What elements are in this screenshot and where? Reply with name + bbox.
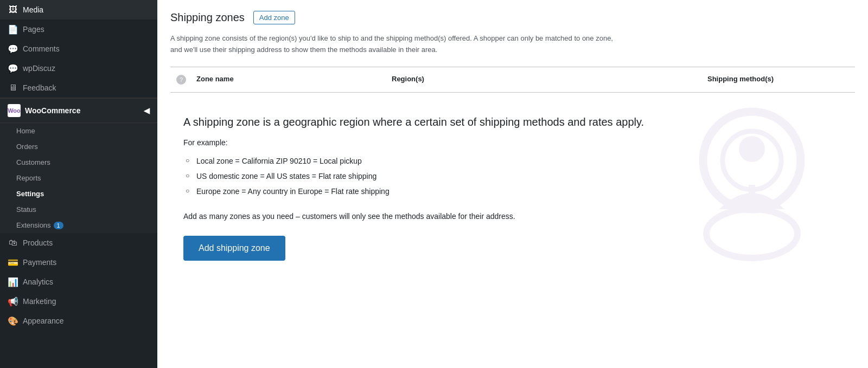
sidebar-item-comments[interactable]: 💬 Comments [0,39,157,59]
sidebar-item-feedback[interactable]: 🖥 Feedback [0,78,157,98]
woo-sub-settings[interactable]: Settings [0,186,157,202]
appearance-icon: 🎨 [8,315,18,326]
sidebar-item-pages[interactable]: 📄 Pages [0,20,157,39]
main-content: Shipping zones Add zone A shipping zone … [157,0,868,368]
extensions-badge: 1 [54,222,63,229]
table-header: ? Zone name Region(s) Shipping method(s) [170,67,855,93]
example-item-2: US domestic zone = All US states = Flat … [183,169,842,184]
products-icon: 🛍 [8,237,18,248]
svg-point-2 [706,209,797,258]
help-icon[interactable]: ? [176,75,186,85]
wpdiscuz-icon: 💬 [8,63,18,74]
empty-state: A shipping zone is a geographic region w… [170,93,855,282]
shipping-description: A shipping zone consists of the region(s… [170,33,615,56]
add-shipping-zone-button[interactable]: Add shipping zone [183,236,285,261]
col-zone-name: Zone name [192,73,387,87]
col-shipping-methods: Shipping method(s) [703,73,855,87]
media-icon: 🖼 [8,4,18,15]
sidebar-item-media[interactable]: 🖼 Media [0,0,157,20]
example-item-3: Europe zone = Any country in Europe = Fl… [183,184,842,199]
sidebar-item-wpdiscuz[interactable]: 💬 wpDiscuz [0,59,157,78]
woocommerce-logo: Woo [8,104,21,117]
sidebar-item-analytics[interactable]: 📊 Analytics [0,272,157,292]
woocommerce-header[interactable]: Woo WooCommerce ◀ [0,98,157,123]
woo-sub-reports[interactable]: Reports [0,170,157,186]
comments-icon: 💬 [8,43,18,54]
content-area: Shipping zones Add zone A shipping zone … [157,0,868,368]
shipping-header: Shipping zones Add zone [170,11,855,24]
woo-collapse-icon: ◀ [144,106,150,115]
woo-sub-orders[interactable]: Orders [0,139,157,154]
sidebar-item-products[interactable]: 🛍 Products [0,233,157,253]
example-item-1: Local zone = California ZIP 90210 = Loca… [183,153,842,169]
analytics-icon: 📊 [8,276,18,287]
woo-sub-status[interactable]: Status [0,202,157,217]
woo-sub-home[interactable]: Home [0,123,157,139]
woo-sub-extensions[interactable]: Extensions 1 [0,217,157,233]
sidebar-item-payments[interactable]: 💳 Payments [0,253,157,272]
payments-icon: 💳 [8,257,18,268]
empty-state-headline: A shipping zone is a geographic region w… [183,114,672,130]
col-regions: Region(s) [387,73,703,87]
woo-sub-customers[interactable]: Customers [0,154,157,170]
sidebar-item-appearance[interactable]: 🎨 Appearance [0,311,157,331]
pages-icon: 📄 [8,24,18,35]
add-zone-button[interactable]: Add zone [253,11,295,24]
sidebar: 🖼 Media 📄 Pages 💬 Comments 💬 wpDiscuz 🖥 … [0,0,157,368]
sidebar-item-marketing[interactable]: 📢 Marketing [0,292,157,311]
help-icon-cell: ? [170,73,192,87]
shipping-zones-title: Shipping zones [170,11,245,24]
example-list: Local zone = California ZIP 90210 = Loca… [183,153,842,199]
marketing-icon: 📢 [8,296,18,307]
feedback-icon: 🖥 [8,82,18,93]
